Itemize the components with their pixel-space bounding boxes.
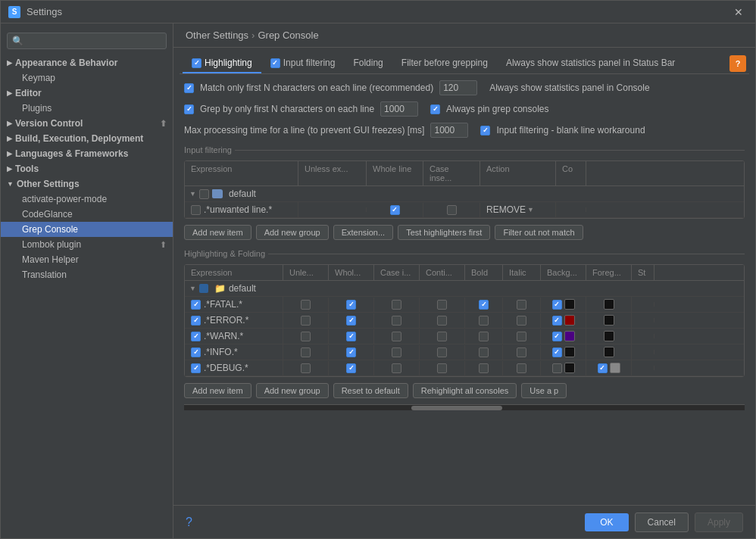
hl-add-new-item-button[interactable]: Add new item — [184, 383, 251, 398]
warn-fore-color[interactable] — [604, 331, 614, 341]
tab-input-filtering[interactable]: Input filtering — [261, 54, 345, 73]
debug-checkbox[interactable] — [191, 363, 201, 373]
debug-fore-color[interactable] — [610, 363, 620, 373]
info-ital-cb[interactable] — [517, 347, 526, 357]
error-cont-cb[interactable] — [437, 316, 447, 326]
apply-button[interactable]: Apply — [695, 513, 743, 532]
fatal-case-cb[interactable] — [392, 300, 401, 310]
sidebar-item-editor[interactable]: ▶ Editor — [1, 86, 173, 101]
debug-ital-cb[interactable] — [517, 363, 526, 373]
sidebar-item-tools[interactable]: ▶ Tools — [1, 161, 173, 176]
hl-add-new-group-button[interactable]: Add new group — [256, 383, 329, 398]
warn-back-color[interactable] — [564, 331, 575, 341]
info-unle-cb[interactable] — [301, 347, 311, 357]
error-bold-cb[interactable] — [479, 316, 489, 326]
info-back-color[interactable] — [564, 347, 575, 357]
debug-fore-cb[interactable] — [598, 363, 608, 373]
debug-unle-cb[interactable] — [301, 363, 311, 373]
debug-back-color[interactable] — [564, 363, 575, 373]
error-whole-cb[interactable] — [346, 316, 356, 326]
tab-highlighting[interactable]: Highlighting — [183, 54, 261, 73]
max-processing-input[interactable] — [430, 123, 468, 138]
search-input[interactable] — [7, 33, 167, 49]
sidebar-item-activate-power-mode[interactable]: activate-power-mode — [1, 192, 173, 207]
tab-always-show-status[interactable]: Always show statistics panel in Status B… — [497, 54, 684, 73]
orange-help-icon[interactable]: ? — [729, 55, 746, 72]
info-back-cb[interactable] — [552, 347, 562, 357]
horizontal-scrollbar[interactable] — [184, 404, 745, 410]
grep-first-n-input[interactable] — [380, 101, 418, 117]
match-first-n-input[interactable] — [439, 80, 477, 95]
fatal-bold-cb[interactable] — [479, 300, 489, 310]
sidebar-item-build[interactable]: ▶ Build, Execution, Deployment — [1, 131, 173, 146]
input-filtering-blank-checkbox[interactable] — [480, 126, 490, 136]
error-back-color[interactable] — [564, 315, 575, 326]
cancel-button[interactable]: Cancel — [635, 513, 689, 532]
sidebar-item-appearance[interactable]: ▶ Appearance & Behavior — [1, 55, 173, 70]
always-pin-checkbox[interactable] — [430, 104, 440, 114]
sidebar-item-lombok[interactable]: Lombok plugin ⬆ — [1, 237, 173, 252]
info-checkbox[interactable] — [191, 347, 201, 357]
filter-out-not-match-button[interactable]: Filter out not match — [495, 225, 583, 240]
row-checkbox[interactable] — [191, 205, 201, 215]
ok-button[interactable]: OK — [585, 513, 628, 531]
fatal-fore-color[interactable] — [604, 299, 614, 310]
warn-unle-cb[interactable] — [301, 332, 311, 341]
test-highlighters-button[interactable]: Test highlighters first — [398, 225, 490, 240]
add-new-group-button[interactable]: Add new group — [256, 225, 329, 240]
info-whole-cb[interactable] — [346, 347, 356, 357]
sidebar-item-plugins[interactable]: Plugins — [1, 101, 173, 116]
fatal-whole-cb[interactable] — [346, 300, 356, 310]
extension-button[interactable]: Extension... — [333, 225, 393, 240]
error-fore-color[interactable] — [604, 315, 614, 326]
grep-first-n-checkbox[interactable] — [184, 104, 194, 114]
close-button[interactable]: ✕ — [729, 5, 748, 20]
input-filtering-checkbox[interactable] — [270, 58, 280, 68]
error-checkbox[interactable] — [191, 316, 201, 326]
debug-case-cb[interactable] — [392, 363, 401, 373]
case-checkbox[interactable] — [447, 205, 457, 215]
error-ital-cb[interactable] — [517, 316, 526, 326]
sidebar-item-grep-console[interactable]: Grep Console — [1, 222, 173, 237]
warn-bold-cb[interactable] — [479, 332, 489, 341]
warn-case-cb[interactable] — [392, 332, 401, 341]
debug-whole-cb[interactable] — [346, 363, 356, 373]
fatal-back-cb[interactable] — [552, 300, 562, 310]
fatal-ital-cb[interactable] — [517, 300, 526, 310]
warn-cont-cb[interactable] — [437, 332, 447, 341]
debug-bold-cb[interactable] — [479, 363, 489, 373]
sidebar-item-codeglance[interactable]: CodeGlance — [1, 207, 173, 222]
fatal-cont-cb[interactable] — [437, 300, 447, 310]
warn-whole-cb[interactable] — [346, 332, 356, 341]
match-first-n-checkbox[interactable] — [184, 83, 194, 93]
info-cont-cb[interactable] — [437, 347, 447, 357]
info-bold-cb[interactable] — [479, 347, 489, 357]
highlighting-checkbox[interactable] — [192, 58, 201, 68]
info-fore-color[interactable] — [604, 347, 614, 357]
toggle-arrow[interactable]: ▼ — [189, 190, 196, 198]
hl-toggle-arrow[interactable]: ▼ — [189, 285, 196, 292]
sidebar-item-keymap[interactable]: Keymap — [1, 70, 173, 86]
fatal-unle-cb[interactable] — [301, 300, 311, 310]
sidebar-item-translation[interactable]: Translation — [1, 267, 173, 282]
fatal-checkbox[interactable] — [191, 300, 201, 310]
add-new-item-button[interactable]: Add new item — [184, 225, 251, 240]
help-button[interactable]: ? — [186, 516, 192, 529]
warn-ital-cb[interactable] — [517, 332, 526, 341]
sidebar-item-languages[interactable]: ▶ Languages & Frameworks — [1, 146, 173, 161]
error-back-cb[interactable] — [552, 316, 562, 326]
group-checkbox[interactable] — [199, 189, 209, 199]
scrollbar-thumb[interactable] — [411, 406, 502, 410]
fatal-back-color[interactable] — [564, 299, 575, 310]
rehighlight-all-button[interactable]: Rehighlight all consoles — [413, 383, 517, 398]
debug-back-cb[interactable] — [552, 363, 562, 373]
sidebar-item-maven-helper[interactable]: Maven Helper — [1, 252, 173, 267]
warn-checkbox[interactable] — [191, 332, 201, 341]
error-case-cb[interactable] — [392, 316, 401, 326]
tab-folding[interactable]: Folding — [344, 54, 392, 73]
info-case-cb[interactable] — [392, 347, 401, 357]
sidebar-item-version-control[interactable]: ▶ Version Control ⬆ — [1, 116, 173, 131]
tab-filter-before[interactable]: Filter before grepping — [392, 54, 497, 73]
use-a-p-button[interactable]: Use a p — [521, 383, 567, 398]
sidebar-item-other-settings[interactable]: ▼ Other Settings — [1, 176, 173, 192]
